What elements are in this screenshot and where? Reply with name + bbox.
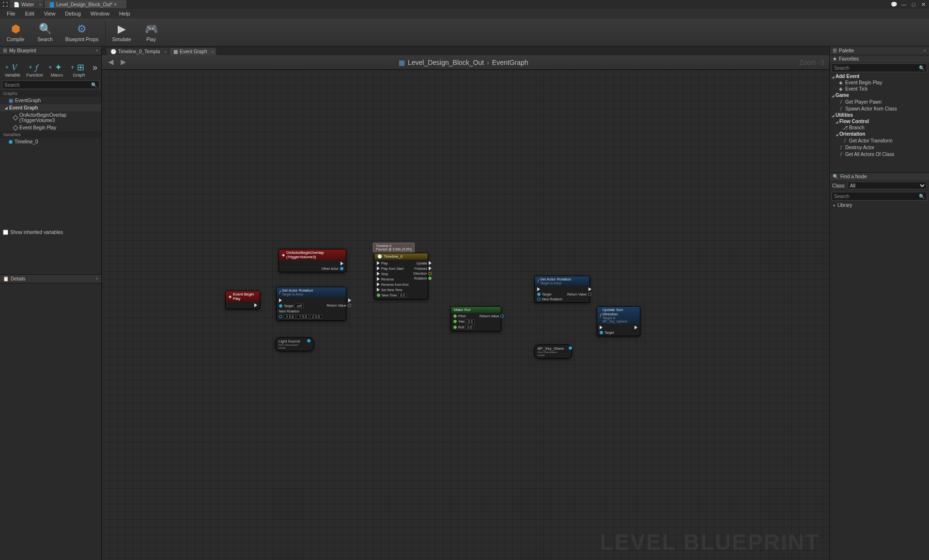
exec-out-pin[interactable] — [635, 326, 637, 329]
data-pin[interactable] — [537, 297, 541, 301]
more-icon[interactable]: » — [91, 61, 99, 75]
data-pin[interactable] — [600, 331, 603, 334]
data-pin[interactable] — [588, 293, 591, 296]
tree-eventgraph[interactable]: ▦EventGraph — [0, 97, 101, 104]
exec-out-pin[interactable] — [254, 303, 257, 307]
cat-util[interactable]: Utilities — [830, 112, 929, 118]
blueprint-props-button[interactable]: ⚙ Blueprint Props — [60, 19, 104, 46]
menu-window[interactable]: Window — [86, 10, 114, 17]
play-button[interactable]: 🎮 Play — [137, 19, 166, 46]
exec-pin[interactable] — [377, 272, 380, 276]
node-makerot[interactable]: Make Rot Pitch Yaw0.0 Roll0.0 Return Val… — [450, 306, 501, 331]
data-pin[interactable] — [453, 320, 457, 323]
close-icon[interactable]: × — [39, 2, 42, 7]
exec-pin[interactable] — [377, 288, 380, 292]
exec-pin[interactable] — [429, 266, 432, 270]
exec-pin[interactable] — [377, 282, 380, 286]
data-pin[interactable] — [340, 267, 343, 270]
compile-button[interactable]: ⬢ Compile — [1, 19, 30, 46]
menu-file[interactable]: File — [2, 10, 20, 17]
data-pin[interactable] — [537, 293, 541, 296]
data-pin[interactable] — [377, 294, 380, 297]
tab-timeline-template[interactable]: 🕐 Timeline_0_Templa × — [107, 48, 169, 55]
panel-header[interactable]: ☰ Palette × — [830, 47, 929, 55]
node-overlap[interactable]: ◈OnActorBeginOverlap (TriggerVolume3) Ot… — [279, 249, 346, 272]
favorites-header[interactable]: ★ Favorites — [830, 55, 929, 62]
cat-flow[interactable]: Flow Control — [830, 118, 929, 124]
data-pin[interactable] — [348, 304, 351, 307]
add-function-button[interactable]: +𝑓Function — [24, 57, 46, 78]
exec-in-pin[interactable] — [600, 326, 603, 329]
itm-sac[interactable]: 𝑓Spawn Actor from Class — [830, 105, 929, 112]
itm-ebp[interactable]: ◈Event Begin Play — [830, 79, 929, 86]
menu-help[interactable]: Help — [114, 10, 135, 17]
menu-view[interactable]: View — [39, 10, 61, 17]
crumb-eventgraph[interactable]: EventGraph — [492, 59, 528, 66]
data-pin[interactable] — [428, 272, 432, 275]
exec-out-pin[interactable] — [588, 287, 591, 291]
node-setrot1[interactable]: 𝑓Set Actor RotationTarget is Actor Targe… — [276, 287, 346, 321]
minimize-button[interactable]: — — [900, 1, 908, 8]
exec-out-pin[interactable] — [341, 262, 343, 265]
close-icon[interactable]: × — [211, 49, 214, 54]
graph-canvas[interactable]: Timeline 0 Paused @ 0.00s (0.0%) ◈OnActo… — [102, 70, 829, 560]
palette-search[interactable]: Search 🔍 — [832, 63, 927, 72]
forward-button[interactable]: ► — [119, 57, 128, 67]
library-item[interactable]: ▸Library — [830, 202, 929, 209]
data-pin[interactable] — [307, 339, 310, 342]
notification-icon[interactable]: 💬 — [890, 1, 898, 8]
data-pin[interactable] — [500, 314, 504, 318]
cat-game[interactable]: Game — [830, 92, 929, 98]
maximize-button[interactable]: □ — [910, 1, 917, 8]
tree-eventgraph-expand[interactable]: ◢Event Graph — [0, 104, 101, 111]
data-pin[interactable] — [279, 315, 282, 318]
exec-pin[interactable] — [377, 261, 380, 265]
node-skysphere[interactable]: BP_Sky_Sherefrom Persistent Level — [534, 344, 572, 358]
exec-in-pin[interactable] — [279, 298, 282, 302]
close-icon[interactable]: × — [164, 49, 167, 54]
search-input[interactable]: Search 🔍 — [2, 80, 99, 89]
exec-in-pin[interactable] — [537, 287, 540, 291]
node-setrot2[interactable]: 𝑓Set Actor RotationTarget is Actor Targe… — [534, 276, 590, 303]
close-icon[interactable]: × — [95, 276, 98, 281]
cat-addevent[interactable]: Add Event — [830, 73, 929, 79]
exec-pin[interactable] — [377, 266, 380, 270]
exec-pin[interactable] — [429, 261, 432, 265]
data-pin[interactable] — [453, 314, 457, 318]
node-updatesun[interactable]: 𝑓Update Sun DirectionTarget is BP_Sky_Sp… — [597, 306, 640, 336]
add-macro-button[interactable]: +✦Macro — [46, 57, 68, 78]
data-pin[interactable] — [453, 326, 457, 329]
close-icon[interactable]: × — [923, 48, 926, 53]
show-inherited-checkbox[interactable]: Show inherited variables — [0, 228, 101, 237]
data-pin[interactable] — [279, 304, 282, 308]
panel-header[interactable]: ☰ My Blueprint × — [0, 47, 101, 55]
tree-overlap[interactable]: OnActorBeginOverlap (TriggerVolume3 — [0, 111, 101, 124]
simulate-button[interactable]: ▶ Simulate — [107, 19, 136, 46]
itm-da[interactable]: 𝑓Destroy Actor — [830, 144, 929, 151]
itm-gaoc[interactable]: 𝑓Get All Actors Of Class — [830, 151, 929, 157]
add-graph-button[interactable]: +⊞Graph — [68, 57, 90, 78]
tree-timeline-var[interactable]: Timeline_0 — [0, 138, 101, 145]
panel-header[interactable]: 📋 Details × — [0, 275, 101, 283]
itm-branch[interactable]: ⎇Branch — [830, 124, 929, 131]
checkbox[interactable] — [3, 230, 8, 235]
exec-pin[interactable] — [377, 277, 380, 281]
node-timeline[interactable]: 🕐Timeline_0 Play Play from Start Stop Re… — [374, 253, 428, 299]
tab-event-graph[interactable]: ▦ Event Graph × — [170, 48, 216, 55]
findnode-search[interactable]: Search 🔍 — [832, 192, 927, 201]
menu-debug[interactable]: Debug — [60, 10, 85, 17]
find-node-header[interactable]: 🔍 Find a Node — [830, 173, 929, 180]
search-button[interactable]: 🔍 Search — [31, 19, 60, 46]
close-button[interactable]: ✕ — [919, 1, 927, 8]
document-tab-level[interactable]: 📘 Level_Design_Block_Out* × — [45, 0, 126, 8]
itm-gat[interactable]: 𝑓Get Actor Transform — [830, 137, 929, 144]
exec-out-pin[interactable] — [348, 298, 351, 302]
itm-et[interactable]: ◈Event Tick — [830, 86, 929, 92]
close-icon[interactable]: × — [95, 48, 98, 53]
menu-edit[interactable]: Edit — [20, 10, 39, 17]
class-dropdown[interactable]: All — [848, 182, 927, 189]
data-pin[interactable] — [428, 277, 432, 280]
back-button[interactable]: ◄ — [107, 57, 115, 67]
node-beginplay[interactable]: ◈Event Begin Play — [225, 291, 260, 309]
document-tab-water[interactable]: 📄 Water × — [10, 0, 44, 8]
